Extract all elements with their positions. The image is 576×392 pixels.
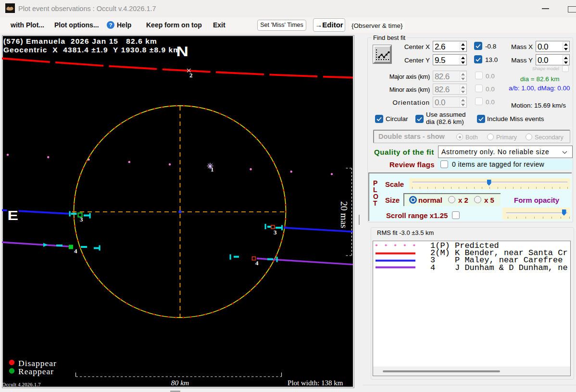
svg-text:Occult 4.2026.1.7: Occult 4.2026.1.7 — [2, 382, 41, 387]
svg-text:2: 2 — [189, 72, 193, 79]
svg-text:(576) Emanuela 2026 Jan 15: (576) Emanuela 2026 Jan 15 82.6 km — [3, 37, 157, 45]
svg-text:4: 4 — [255, 259, 259, 267]
svg-text:Reappear: Reappear — [18, 367, 54, 376]
svg-text:80 km: 80 km — [171, 379, 189, 387]
svg-text:4: 4 — [74, 247, 77, 255]
svg-text:3: 3 — [274, 229, 277, 236]
svg-text:20 mas: 20 mas — [339, 201, 349, 228]
svg-text:Geocentric X 4381.4 ±1.9 Y: Geocentric X 4381.4 ±1.9 Y 1930.8 ±8.9 k… — [3, 46, 180, 54]
svg-text:1: 1 — [211, 166, 214, 173]
svg-text:E: E — [8, 208, 18, 223]
svg-text:3: 3 — [80, 216, 83, 223]
svg-text:Plot width: 138 km: Plot width: 138 km — [288, 379, 343, 387]
